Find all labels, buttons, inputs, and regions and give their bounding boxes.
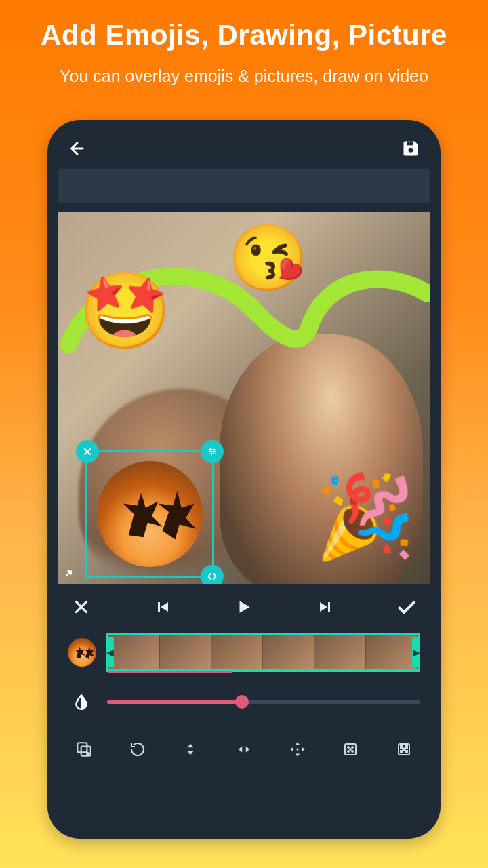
resize-icon <box>207 571 218 582</box>
timeline-frame[interactable] <box>314 635 366 669</box>
promo-title: Add Emojis, Drawing, Picture <box>20 19 468 52</box>
svg-marker-21 <box>188 744 194 748</box>
svg-rect-13 <box>158 602 160 612</box>
bottom-toolbar <box>58 721 430 766</box>
selected-picture-overlay[interactable] <box>85 450 214 578</box>
close-button[interactable] <box>68 593 95 620</box>
picture-overlay-content <box>97 461 203 567</box>
close-icon <box>73 598 90 616</box>
jumping-silhouette-icon <box>97 461 203 567</box>
move-icon <box>289 741 306 758</box>
overlay-delete-handle[interactable] <box>76 440 99 463</box>
play-button[interactable] <box>230 593 258 620</box>
opacity-button[interactable] <box>68 688 95 715</box>
overlay-settings-handle[interactable] <box>201 440 224 463</box>
svg-point-31 <box>348 747 349 748</box>
timeline-frame[interactable] <box>160 635 211 669</box>
svg-marker-16 <box>320 602 327 612</box>
device-frame: 🤩 😘 🎉 <box>47 120 441 839</box>
previous-frame-button[interactable] <box>149 593 176 620</box>
ad-banner-placeholder <box>58 169 430 203</box>
svg-marker-14 <box>161 602 168 612</box>
blur-icon <box>342 741 359 757</box>
pixelate-icon <box>396 741 412 757</box>
skip-next-icon <box>317 599 333 615</box>
opacity-slider[interactable] <box>107 700 420 704</box>
svg-point-32 <box>352 747 353 748</box>
timeline-frame[interactable] <box>211 635 263 669</box>
promo-subtitle: You can overlay emojis & pictures, draw … <box>20 66 468 86</box>
trim-start-handle[interactable]: ◀ <box>106 637 114 667</box>
svg-rect-41 <box>405 751 407 753</box>
sliders-icon <box>207 446 218 457</box>
save-button[interactable] <box>397 135 424 162</box>
svg-rect-9 <box>214 450 214 453</box>
rotate-button[interactable] <box>121 733 154 766</box>
skip-previous-icon <box>155 599 171 615</box>
back-button[interactable] <box>64 135 91 162</box>
svg-marker-25 <box>295 742 300 745</box>
flip-horizontal-icon <box>235 742 253 757</box>
svg-point-29 <box>296 748 298 750</box>
svg-point-2 <box>409 148 413 153</box>
svg-marker-22 <box>188 751 194 755</box>
opacity-slider-fill <box>107 700 242 704</box>
expand-icon <box>62 568 75 580</box>
confirm-button[interactable] <box>393 593 420 620</box>
check-icon <box>396 596 418 618</box>
rotate-icon <box>129 741 146 757</box>
svg-rect-18 <box>77 743 87 752</box>
trim-end-handle[interactable]: ▶ <box>412 637 420 667</box>
editor-topbar <box>58 138 430 165</box>
opacity-icon <box>73 693 90 711</box>
next-frame-button[interactable] <box>312 593 339 620</box>
opacity-slider-knob[interactable] <box>235 695 249 709</box>
svg-marker-15 <box>240 601 250 612</box>
jumping-silhouette-icon <box>68 638 96 667</box>
svg-rect-6 <box>209 451 216 452</box>
playback-controls <box>58 584 430 625</box>
flip-vertical-button[interactable] <box>174 733 207 766</box>
svg-rect-40 <box>401 751 403 753</box>
svg-rect-17 <box>328 602 330 612</box>
svg-point-33 <box>348 751 349 752</box>
svg-rect-10 <box>211 452 212 455</box>
overlay-duration-bar[interactable] <box>108 671 232 673</box>
fullscreen-button[interactable] <box>62 568 75 580</box>
opacity-row <box>58 676 430 721</box>
timeline-frame[interactable] <box>263 635 314 669</box>
timeline-frame[interactable] <box>366 635 418 669</box>
svg-marker-26 <box>295 754 300 757</box>
arrow-left-icon <box>68 139 87 158</box>
svg-marker-28 <box>302 747 304 752</box>
layers-button[interactable] <box>68 733 100 766</box>
timeline-frame[interactable] <box>108 635 160 669</box>
selected-clip-thumbnail[interactable] <box>68 638 96 667</box>
svg-point-35 <box>350 749 351 750</box>
svg-point-34 <box>352 751 353 752</box>
pixelate-button[interactable] <box>388 733 420 766</box>
emoji-star-struck[interactable]: 🤩 <box>79 273 171 348</box>
svg-rect-5 <box>209 449 216 450</box>
close-icon <box>82 446 93 457</box>
svg-rect-8 <box>210 448 211 451</box>
layers-icon <box>75 741 93 758</box>
play-icon <box>235 598 253 616</box>
video-canvas[interactable]: 🤩 😘 🎉 <box>58 212 430 584</box>
svg-marker-24 <box>246 746 250 752</box>
svg-marker-23 <box>239 746 243 752</box>
position-button[interactable] <box>281 733 314 766</box>
video-timeline[interactable]: ◀ ▶ <box>106 633 420 672</box>
svg-rect-1 <box>407 142 413 146</box>
svg-marker-20 <box>87 752 89 755</box>
flip-horizontal-button[interactable] <box>228 733 260 766</box>
emoji-party-popper[interactable]: 🎉 <box>314 475 416 557</box>
svg-marker-27 <box>290 747 293 752</box>
save-icon <box>401 139 420 158</box>
timeline-row: ◀ ▶ <box>58 625 430 676</box>
blur-button[interactable] <box>334 733 367 766</box>
overlay-resize-handle[interactable] <box>201 565 224 584</box>
flip-vertical-icon <box>183 742 198 757</box>
emoji-kiss-heart[interactable]: 😘 <box>228 226 308 290</box>
